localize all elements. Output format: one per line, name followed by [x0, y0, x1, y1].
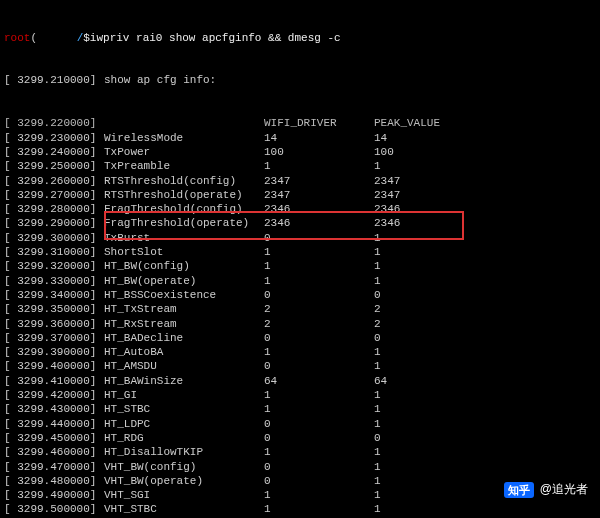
param-name: VHT_SGI: [104, 488, 264, 502]
peak-value: 64: [374, 374, 454, 388]
command-text: $iwpriv rai0 show apcfginfo && dmesg -c: [83, 32, 340, 44]
peak-value: 0: [374, 431, 454, 445]
timestamp: [ 3299.320000]: [4, 259, 104, 273]
prompt-line: root( /$iwpriv rai0 show apcfginfo && dm…: [4, 31, 596, 45]
table-row: [ 3299.350000]HT_TxStream22: [4, 302, 596, 316]
table-row: [ 3299.270000]RTSThreshold(operate)23472…: [4, 188, 596, 202]
table-row: [ 3299.320000]HT_BW(config)11: [4, 259, 596, 273]
wifi-driver-value: 1: [264, 388, 374, 402]
wifi-driver-value: 14: [264, 131, 374, 145]
peak-value: 1: [374, 402, 454, 416]
param-name: HT_AMSDU: [104, 359, 264, 373]
timestamp: [ 3299.390000]: [4, 345, 104, 359]
wifi-driver-value: 0: [264, 474, 374, 488]
param-name: WirelessMode: [104, 131, 264, 145]
timestamp: [ 3299.250000]: [4, 159, 104, 173]
timestamp: [ 3299.420000]: [4, 388, 104, 402]
table-row: [ 3299.260000]RTSThreshold(config)234723…: [4, 174, 596, 188]
wifi-driver-value: 1: [264, 274, 374, 288]
wifi-driver-value: 2347: [264, 174, 374, 188]
peak-value: 1: [374, 474, 454, 488]
timestamp: [ 3299.500000]: [4, 502, 104, 516]
timestamp: [ 3299.230000]: [4, 131, 104, 145]
wifi-driver-value: 2346: [264, 216, 374, 230]
wifi-driver-value: 1: [264, 402, 374, 416]
param-name: TxBurst: [104, 231, 264, 245]
peak-value: 1: [374, 345, 454, 359]
wifi-driver-value: 0: [264, 288, 374, 302]
table-row: [ 3299.360000]HT_RxStream22: [4, 317, 596, 331]
prompt-user: root: [4, 32, 30, 44]
peak-value: 14: [374, 131, 454, 145]
table-row: [ 3299.450000]HT_RDG00: [4, 431, 596, 445]
timestamp: [ 3299.290000]: [4, 216, 104, 230]
param-name: HT_BW(config): [104, 259, 264, 273]
param-name: HT_BAWinSize: [104, 374, 264, 388]
peak-value: 100: [374, 145, 454, 159]
table-row: [ 3299.330000]HT_BW(operate)11: [4, 274, 596, 288]
timestamp: [ 3299.370000]: [4, 331, 104, 345]
param-name: TxPreamble: [104, 159, 264, 173]
param-name: HT_DisallowTKIP: [104, 445, 264, 459]
peak-value: 2346: [374, 202, 454, 216]
table-row: [ 3299.340000]HT_BSSCoexistence00: [4, 288, 596, 302]
timestamp: [ 3299.330000]: [4, 274, 104, 288]
param-name: HT_STBC: [104, 402, 264, 416]
timestamp: [ 3299.430000]: [4, 402, 104, 416]
wifi-driver-value: 1: [264, 345, 374, 359]
wifi-driver-value: 1: [264, 445, 374, 459]
wifi-driver-value: 1: [264, 159, 374, 173]
table-row: [ 3299.470000]VHT_BW(config)01: [4, 460, 596, 474]
wifi-driver-value: 2347: [264, 188, 374, 202]
timestamp: [ 3299.280000]: [4, 202, 104, 216]
param-name: VHT_BW(operate): [104, 474, 264, 488]
table-row: [ 3299.440000]HT_LDPC01: [4, 417, 596, 431]
param-name: RTSThreshold(operate): [104, 188, 264, 202]
wifi-driver-value: WIFI_DRIVER: [264, 116, 374, 130]
param-name: HT_BADecline: [104, 331, 264, 345]
param-name: ShortSlot: [104, 245, 264, 259]
wifi-driver-value: 0: [264, 359, 374, 373]
timestamp: [ 3299.300000]: [4, 231, 104, 245]
peak-value: 0: [374, 331, 454, 345]
peak-value: 2347: [374, 188, 454, 202]
timestamp: [ 3299.310000]: [4, 245, 104, 259]
param-name: FragThreshold(config): [104, 202, 264, 216]
param-name: HT_LDPC: [104, 417, 264, 431]
watermark: 知乎 @追光者: [504, 482, 588, 498]
peak-value: 1: [374, 245, 454, 259]
table-row: [ 3299.390000]HT_AutoBA11: [4, 345, 596, 359]
table-row: [ 3299.410000]HT_BAWinSize6464: [4, 374, 596, 388]
param-name: RTSThreshold(config): [104, 174, 264, 188]
timestamp: [ 3299.470000]: [4, 460, 104, 474]
table-row: [ 3299.400000]HT_AMSDU01: [4, 359, 596, 373]
peak-value: 1: [374, 417, 454, 431]
param-name: [104, 116, 264, 130]
table-row: [ 3299.290000]FragThreshold(operate)2346…: [4, 216, 596, 230]
timestamp: [ 3299.240000]: [4, 145, 104, 159]
param-name: FragThreshold(operate): [104, 216, 264, 230]
timestamp: [ 3299.490000]: [4, 488, 104, 502]
peak-value: 1: [374, 388, 454, 402]
wifi-driver-value: 1: [264, 488, 374, 502]
table-row: [ 3299.300000]TxBurst01: [4, 231, 596, 245]
timestamp: [ 3299.410000]: [4, 374, 104, 388]
timestamp: [ 3299.260000]: [4, 174, 104, 188]
table-row: [ 3299.500000]VHT_STBC11: [4, 502, 596, 516]
wifi-driver-value: 2: [264, 317, 374, 331]
wifi-driver-value: 0: [264, 460, 374, 474]
terminal-output[interactable]: root( /$iwpriv rai0 show apcfginfo && dm…: [0, 0, 600, 518]
peak-value: 1: [374, 359, 454, 373]
peak-value: 1: [374, 488, 454, 502]
peak-value: 1: [374, 159, 454, 173]
table-header-row: [ 3299.220000]WIFI_DRIVERPEAK_VALUE: [4, 116, 596, 130]
peak-value: 1: [374, 460, 454, 474]
table-row: [ 3299.370000]HT_BADecline00: [4, 331, 596, 345]
table-row: [ 3299.420000]HT_GI11: [4, 388, 596, 402]
peak-value: 1: [374, 502, 454, 516]
wifi-driver-value: 0: [264, 231, 374, 245]
timestamp: [ 3299.220000]: [4, 116, 104, 130]
peak-value: 1: [374, 259, 454, 273]
param-name: HT_TxStream: [104, 302, 264, 316]
table-row: [ 3299.230000]WirelessMode1414: [4, 131, 596, 145]
